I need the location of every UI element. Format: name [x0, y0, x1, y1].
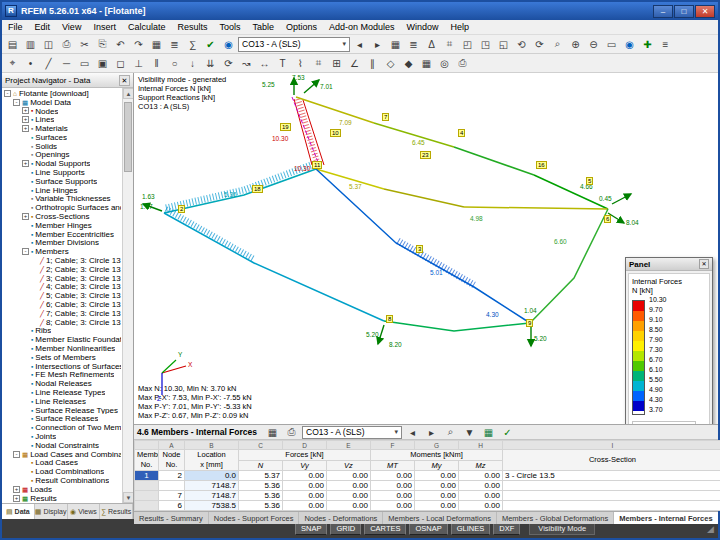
expand-toggle-icon[interactable]: -: [22, 248, 29, 255]
opening-icon[interactable]: ◻: [112, 55, 129, 71]
menu-item[interactable]: Calculate: [122, 21, 172, 33]
internal-forces-table[interactable]: ABCDEFGHI MemberNo. NodeNo. Locationx [m…: [134, 440, 720, 511]
column-letter[interactable]: B: [185, 441, 239, 450]
show-results-icon[interactable]: ◉: [220, 36, 237, 52]
moment-load-icon[interactable]: ⟳: [220, 55, 237, 71]
results-panel-window[interactable]: Panel ✕ Internal Forces N [kN] 10.309.70…: [625, 257, 713, 425]
view-xz-icon[interactable]: ◳: [477, 36, 494, 52]
expand-toggle-icon[interactable]: +: [22, 160, 29, 167]
expand-toggle-icon[interactable]: +: [22, 116, 29, 123]
tree-item[interactable]: ▪ Surface Release Types: [2, 406, 121, 415]
column-letter[interactable]: G: [415, 441, 459, 450]
tree-item[interactable]: + ▪ Nodes: [2, 107, 121, 116]
tree-item[interactable]: ▪ Result Combinations: [2, 476, 121, 485]
parallel-icon[interactable]: ∥: [364, 55, 381, 71]
check-model-icon[interactable]: ✔: [202, 36, 219, 52]
print-icon[interactable]: ⎙: [58, 36, 75, 52]
tree-item[interactable]: ╱ 6; Cable; 3: Circle 13.5: [2, 300, 121, 309]
tree-item[interactable]: ▪ Nodal Constraints: [2, 441, 121, 450]
tree-item[interactable]: ▦ Sections: [2, 502, 121, 503]
tree-item[interactable]: - ⌂ Flotante [download]: [2, 89, 121, 98]
maximize-button[interactable]: □: [674, 5, 694, 18]
tree-item[interactable]: ▪ Line Releases: [2, 397, 121, 406]
column-letter[interactable]: I: [503, 441, 720, 450]
tree-item[interactable]: ▪ Surfaces: [2, 133, 121, 142]
tree-item[interactable]: ▪ Member Hinges: [2, 221, 121, 230]
fe-mesh-icon[interactable]: ⌗: [441, 36, 458, 52]
scroll-down-icon[interactable]: ▼: [123, 492, 133, 503]
tree-item[interactable]: ▪ Line Release Types: [2, 388, 121, 397]
visibility-mode-icon[interactable]: ◉: [621, 36, 638, 52]
table-tab[interactable]: Nodes - Support Forces: [209, 512, 300, 524]
node-icon[interactable]: •: [22, 55, 39, 71]
tree-item[interactable]: ▪ FE Mesh Refinements: [2, 371, 121, 380]
next-load-case-icon[interactable]: ▸: [369, 36, 386, 52]
tree-item[interactable]: ▪ Member Nonlinearities: [2, 344, 121, 353]
view-yz-icon[interactable]: ◱: [495, 36, 512, 52]
menu-item[interactable]: Options: [280, 21, 323, 33]
menu-item[interactable]: Help: [445, 21, 476, 33]
undo-icon[interactable]: ↶: [112, 36, 129, 52]
close-icon[interactable]: ✕: [699, 259, 709, 269]
tree-item[interactable]: ▪ Intersections of Surfaces: [2, 362, 121, 371]
surface-icon[interactable]: ▭: [76, 55, 93, 71]
tree-item[interactable]: ▪ Nodal Releases: [2, 379, 121, 388]
table-load-case-combo[interactable]: CO13 - A (SLS) ▾: [302, 426, 402, 439]
guide-line-icon[interactable]: ⌇: [292, 55, 309, 71]
expand-toggle-icon[interactable]: +: [22, 107, 29, 114]
previous-load-case-icon[interactable]: ◂: [351, 36, 368, 52]
zoom-icon[interactable]: ⌕: [549, 36, 566, 52]
results-table-icon[interactable]: ▦: [387, 36, 404, 52]
tree-item[interactable]: ╱ 5; Cable; 3: Circle 13.5: [2, 291, 121, 300]
load-case-combo[interactable]: CO13 - A (SLS) ▾: [238, 37, 350, 52]
line-icon[interactable]: ╱: [40, 55, 57, 71]
nodal-load-icon[interactable]: ↓: [184, 55, 201, 71]
table-tab[interactable]: Results - Summary: [134, 512, 209, 524]
add-on-module-icon[interactable]: ✚: [639, 36, 656, 52]
expand-toggle-icon[interactable]: +: [13, 486, 20, 493]
tree-item[interactable]: ▪ Line Supports: [2, 168, 121, 177]
tables-icon[interactable]: ▦: [148, 36, 165, 52]
menu-item[interactable]: File: [2, 21, 29, 33]
expand-toggle-icon[interactable]: -: [4, 90, 11, 97]
nav-tab-display[interactable]: ▦ Display: [35, 504, 68, 519]
tree-item[interactable]: ▪ Sets of Members: [2, 353, 121, 362]
display-navigator-icon[interactable]: ≣: [405, 36, 422, 52]
tree-item[interactable]: + ▦ Loads: [2, 485, 121, 494]
tree-item[interactable]: - ▪ Members: [2, 247, 121, 256]
tree-item[interactable]: ▪ Load Combinations: [2, 467, 121, 476]
view-xy-icon[interactable]: ◰: [459, 36, 476, 52]
grid-icon[interactable]: ⊞: [328, 55, 345, 71]
solid-icon[interactable]: ▣: [94, 55, 111, 71]
menu-item[interactable]: Insert: [87, 21, 122, 33]
deformation-icon[interactable]: Δ: [423, 36, 440, 52]
column-letter[interactable]: H: [459, 441, 503, 450]
nodal-support-icon[interactable]: ⊥: [130, 55, 147, 71]
nav-tab-views[interactable]: ◉ Views: [68, 504, 101, 519]
zoom-in-icon[interactable]: ⊕: [567, 36, 584, 52]
title-bar[interactable]: R RFEM 5.26.01 x64 - [Flotante] –□✕: [2, 2, 718, 20]
dimension-icon[interactable]: ↔: [256, 55, 273, 71]
tree-item[interactable]: ▪ Orthotropic Surfaces and Me...: [2, 203, 121, 212]
work-plane-icon[interactable]: ⌗: [310, 55, 327, 71]
menu-item[interactable]: Results: [171, 21, 213, 33]
tree-item[interactable]: ▪ Member Divisions: [2, 239, 121, 248]
tree-item[interactable]: ▪ Surface Releases: [2, 414, 121, 423]
close-button[interactable]: ✕: [695, 5, 715, 18]
table-list-icon[interactable]: ▦: [264, 425, 281, 440]
angle-icon[interactable]: ∠: [346, 55, 363, 71]
tree-item[interactable]: ╱ 4; Cable; 3: Circle 13.5: [2, 283, 121, 292]
tree-item[interactable]: + ▪ Nodal Supports: [2, 159, 121, 168]
cut-icon[interactable]: ✂: [76, 36, 93, 52]
expand-toggle-icon[interactable]: +: [22, 125, 29, 132]
copy-icon[interactable]: ⎘: [94, 36, 111, 52]
menu-item[interactable]: View: [56, 21, 87, 33]
zoom-out-icon[interactable]: ⊖: [585, 36, 602, 52]
scroll-up-icon[interactable]: ▲: [123, 88, 133, 99]
table-tab[interactable]: Nodes - Deformations: [299, 512, 383, 524]
menu-item[interactable]: Edit: [29, 21, 57, 33]
table-tab[interactable]: Members - Internal Forces: [614, 512, 718, 524]
minimize-button[interactable]: –: [653, 5, 673, 18]
tree-item[interactable]: ╱ 8; Cable; 3: Circle 13.5: [2, 318, 121, 327]
column-letter[interactable]: F: [371, 441, 415, 450]
